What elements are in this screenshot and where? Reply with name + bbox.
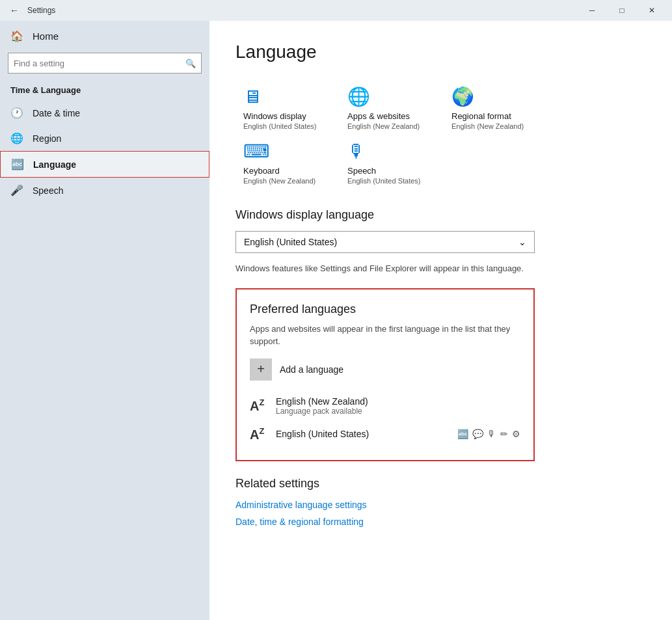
- app-body: 🏠 Home 🔍 Time & Language 🕐 Date & time 🌐…: [0, 21, 672, 620]
- icon-card-regional-format[interactable]: 🌍 Regional format English (New Zealand): [444, 81, 548, 135]
- chevron-down-icon: ⌄: [518, 237, 526, 247]
- speech-card-icon: 🎙: [347, 141, 366, 162]
- sidebar-section-label: Time & Language: [0, 81, 209, 100]
- window-controls: ─ □ ✕: [577, 0, 667, 21]
- lang-sub-nz: Language pack available: [276, 407, 520, 416]
- icon-card-apps-websites[interactable]: 🌐 Apps & websites English (New Zealand): [340, 81, 444, 135]
- windows-display-heading: Windows display language: [235, 208, 646, 222]
- apps-websites-icon: 🌐: [347, 86, 370, 107]
- sidebar-item-language[interactable]: 🔤 Language: [0, 151, 209, 178]
- icon-card-title: Apps & websites: [347, 111, 410, 121]
- icon-card-sub: English (United States): [347, 177, 421, 185]
- icon-card-title: Regional format: [451, 111, 511, 121]
- sidebar-item-speech[interactable]: 🎤 Speech: [0, 178, 209, 203]
- language-item-nz[interactable]: AZ English (New Zealand) Language pack a…: [250, 391, 520, 421]
- sidebar-item-label: Date & time: [33, 108, 80, 118]
- badge-text-icon: 🔤: [457, 429, 468, 439]
- related-settings-heading: Related settings: [235, 477, 646, 491]
- sidebar-item-label: Language: [33, 159, 76, 170]
- minimize-button[interactable]: ─: [577, 0, 607, 21]
- page-title: Language: [235, 42, 646, 62]
- regional-format-icon: 🌍: [451, 86, 474, 107]
- display-language-dropdown[interactable]: English (United States) ⌄: [235, 231, 535, 253]
- dropdown-value: English (United States): [244, 237, 337, 247]
- back-button[interactable]: ←: [5, 1, 23, 20]
- icon-cards-row: 🖥 Windows display English (United States…: [235, 81, 646, 190]
- sidebar-home-button[interactable]: 🏠 Home: [0, 23, 209, 49]
- sidebar-home-label: Home: [33, 31, 59, 42]
- icon-card-title: Keyboard: [243, 166, 280, 176]
- display-language-dropdown-container: English (United States) ⌄: [235, 231, 646, 253]
- date-time-regional-link[interactable]: Date, time & regional formatting: [235, 517, 646, 527]
- title-bar: ← Settings ─ □ ✕: [0, 0, 672, 21]
- lang-info-us: English (United States): [276, 429, 450, 439]
- icon-card-sub: English (New Zealand): [451, 122, 524, 130]
- sidebar-item-label: Speech: [33, 185, 63, 196]
- add-language-label: Add a language: [280, 364, 343, 375]
- lang-az-icon-us: AZ: [250, 426, 268, 442]
- lang-name-nz: English (New Zealand): [276, 396, 520, 407]
- home-icon: 🏠: [10, 30, 23, 42]
- icon-card-title: Windows display: [243, 111, 306, 121]
- keyboard-icon: ⌨: [243, 141, 269, 162]
- icon-card-title: Speech: [347, 166, 376, 176]
- icon-card-sub: English (New Zealand): [243, 177, 316, 185]
- icon-card-keyboard[interactable]: ⌨ Keyboard English (New Zealand): [235, 135, 340, 190]
- content-area: Language 🖥 Windows display English (Unit…: [209, 21, 672, 620]
- maximize-button[interactable]: □: [607, 0, 637, 21]
- language-icon: 🔤: [11, 158, 24, 170]
- language-item-us[interactable]: AZ English (United States) 🔤 💬 🎙 ✏ ⚙: [250, 421, 520, 448]
- add-language-button[interactable]: + Add a language: [250, 358, 520, 381]
- badge-keyboard-icon: ✏: [500, 429, 508, 439]
- search-input[interactable]: [14, 59, 185, 68]
- icon-card-sub: English (United States): [243, 122, 317, 130]
- icon-card-speech[interactable]: 🎙 Speech English (United States): [340, 135, 444, 190]
- preferred-languages-heading: Preferred languages: [250, 303, 520, 316]
- administrative-language-link[interactable]: Administrative language settings: [235, 500, 646, 510]
- badge-speech-icon: 💬: [472, 429, 483, 439]
- display-language-description: Windows features like Settings and File …: [235, 262, 535, 275]
- lang-az-icon: AZ: [250, 398, 268, 414]
- lang-name-us: English (United States): [276, 429, 450, 439]
- globe-icon: 🌐: [10, 132, 23, 144]
- icon-card-windows-display[interactable]: 🖥 Windows display English (United States…: [235, 81, 340, 135]
- microphone-icon: 🎤: [10, 184, 23, 196]
- sidebar-search-container: 🔍: [8, 53, 202, 74]
- close-button[interactable]: ✕: [637, 0, 667, 21]
- lang-info-nz: English (New Zealand) Language pack avai…: [276, 396, 520, 416]
- sidebar: 🏠 Home 🔍 Time & Language 🕐 Date & time 🌐…: [0, 21, 209, 620]
- badge-settings-icon: ⚙: [512, 429, 520, 439]
- clock-icon: 🕐: [10, 107, 23, 119]
- sidebar-item-date-time[interactable]: 🕐 Date & time: [0, 100, 209, 126]
- preferred-languages-desc: Apps and websites will appear in the fir…: [250, 323, 520, 348]
- search-icon: 🔍: [185, 59, 196, 68]
- icon-card-sub: English (New Zealand): [347, 122, 420, 130]
- lang-badges-us: 🔤 💬 🎙 ✏ ⚙: [457, 429, 520, 439]
- preferred-languages-box: Preferred languages Apps and websites wi…: [235, 288, 535, 462]
- badge-mic-icon: 🎙: [487, 429, 496, 439]
- plus-icon: +: [250, 358, 272, 381]
- windows-display-icon: 🖥: [243, 86, 262, 107]
- sidebar-item-region[interactable]: 🌐 Region: [0, 126, 209, 151]
- sidebar-item-label: Region: [33, 133, 61, 144]
- title-bar-title: Settings: [27, 6, 577, 15]
